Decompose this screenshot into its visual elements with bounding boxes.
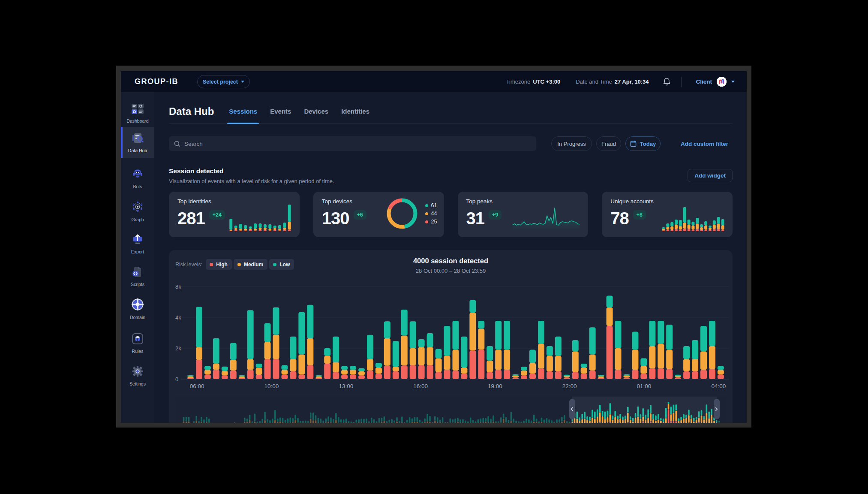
tabs: SessionsEventsDevicesIdentities <box>228 99 381 124</box>
donut-legend-row: 44 <box>425 211 437 217</box>
tab-sessions[interactable]: Sessions <box>228 99 258 124</box>
calendar-icon <box>630 140 637 147</box>
sidebar-item-label: Graph <box>131 217 144 222</box>
add-custom-filter-button[interactable]: Add custom filter <box>681 141 728 147</box>
stat-cards: Top identities281+24Top devices130+66144… <box>169 192 733 237</box>
chevron-left-icon <box>571 407 574 411</box>
app-window: GROUP-IB Select project Timezone UTC +3:… <box>121 71 747 423</box>
sidebar-item-label: Bots <box>133 184 142 189</box>
svg-text:4k: 4k <box>175 314 181 321</box>
donut-legend-value: 44 <box>431 211 437 217</box>
topbar: GROUP-IB Select project Timezone UTC +3:… <box>121 71 747 92</box>
sessions-stacked-bar-chart: 8k4k2k006:0010:0013:0016:0019:0022:0001:… <box>169 250 733 397</box>
mini-line-chart <box>512 199 580 232</box>
minimap-brush-handle-left[interactable] <box>569 399 575 419</box>
minimap-brush-handle-right[interactable] <box>714 399 720 419</box>
svg-text:19:00: 19:00 <box>488 383 502 389</box>
card-value: 281 <box>177 208 205 229</box>
add-widget-label: Add widget <box>694 172 726 179</box>
notifications-bell-icon[interactable] <box>663 77 671 86</box>
svg-text:8k: 8k <box>175 283 181 290</box>
graph-icon <box>131 200 144 215</box>
chevron-right-icon <box>715 407 718 411</box>
timezone-label: Timezone <box>506 78 531 85</box>
sidebar-item-label: Domain <box>130 315 145 320</box>
svg-text:01:00: 01:00 <box>637 383 652 389</box>
stat-card-top-identities: Top identities281+24 <box>169 192 300 237</box>
card-delta-badge: +9 <box>489 210 502 220</box>
sidebar-item-data-hub[interactable]: Data Hub <box>121 127 154 158</box>
client-menu[interactable]: Client <box>696 77 735 87</box>
donut-chart: 614425 <box>385 197 437 230</box>
export-icon <box>131 233 144 247</box>
desktop-background: GROUP-IB Select project Timezone UTC +3:… <box>0 0 868 494</box>
sidebar-item-graph[interactable]: Graph <box>121 196 154 226</box>
in-progress-label: In Progress <box>557 141 586 147</box>
sidebar-item-domain[interactable]: Domain <box>121 293 154 324</box>
card-value: 78 <box>610 208 629 229</box>
svg-text:2k: 2k <box>175 345 181 352</box>
chart-minimap <box>175 397 726 423</box>
client-label: Client <box>696 78 712 85</box>
sidebar-item-export[interactable]: Export <box>121 228 154 259</box>
filter-row: In Progress Fraud Today Add custom filte… <box>169 136 733 151</box>
divider <box>681 77 682 87</box>
stat-card-top-peaks: Top peaks31+9 <box>458 192 589 237</box>
sidebar-item-label: Rules <box>132 349 144 354</box>
datetime: Date and Time 27 Apr, 10:34 <box>576 78 649 85</box>
donut-legend-value: 61 <box>431 202 437 208</box>
add-custom-filter-label: Add custom filter <box>681 141 728 147</box>
search-box[interactable] <box>169 136 536 151</box>
svg-text:06:00: 06:00 <box>190 383 204 389</box>
tab-devices[interactable]: Devices <box>303 99 329 124</box>
mini-bar-chart <box>661 201 725 232</box>
card-delta-badge: +24 <box>209 210 225 220</box>
sidebar-item-label: Data Hub <box>128 148 147 153</box>
sidebar-item-rules[interactable]: Rules <box>121 328 154 358</box>
sidebar-item-scripts[interactable]: Scripts <box>121 261 154 292</box>
donut-legend-value: 25 <box>431 219 437 225</box>
chart-panel: Risk levels: HighMediumLow 4000 session … <box>169 250 733 423</box>
card-value: 130 <box>322 208 349 229</box>
low-dot-icon <box>425 204 428 207</box>
select-project-label: Select project <box>203 79 238 85</box>
svg-text:10:00: 10:00 <box>264 383 279 389</box>
sidebar-item-label: Export <box>131 249 144 254</box>
stat-card-top-devices: Top devices130+6614425 <box>313 192 444 237</box>
minimap-dim-left <box>175 397 572 423</box>
in-progress-filter-button[interactable]: In Progress <box>551 136 592 151</box>
sidebar-item-label: Scripts <box>131 282 144 287</box>
donut-legend-row: 25 <box>425 219 437 225</box>
select-project-button[interactable]: Select project <box>197 75 250 88</box>
sidebar-item-bots[interactable]: Bots <box>121 163 154 194</box>
section-title: Session detected <box>169 167 733 175</box>
sidebar-item-settings[interactable]: Settings <box>121 360 154 391</box>
chevron-down-icon <box>731 81 735 83</box>
timezone-value: UTC +3:00 <box>533 78 560 85</box>
card-delta-badge: +8 <box>633 210 646 220</box>
sidebar-item-label: Settings <box>129 381 146 386</box>
medium-dot-icon <box>425 212 428 215</box>
fraud-filter-button[interactable]: Fraud <box>596 136 621 151</box>
donut-legend: 614425 <box>425 202 437 225</box>
high-dot-icon <box>425 220 428 223</box>
today-filter-button[interactable]: Today <box>625 136 661 151</box>
chevron-down-icon <box>241 81 244 83</box>
svg-text:22:00: 22:00 <box>562 383 577 389</box>
svg-text:04:00: 04:00 <box>711 383 726 389</box>
domain-icon <box>131 298 144 313</box>
search-input[interactable] <box>184 141 519 147</box>
topbar-right: Timezone UTC +3:00 Date and Time 27 Apr,… <box>506 77 735 87</box>
donut-legend-row: 61 <box>425 202 437 208</box>
sidebar: Dashboard Data Hub Bots Graph Export <box>121 92 154 423</box>
search-icon <box>174 141 180 147</box>
today-label: Today <box>640 141 656 147</box>
svg-text:16:00: 16:00 <box>413 383 428 389</box>
dashboard-icon <box>131 103 144 116</box>
tab-events[interactable]: Events <box>269 99 292 124</box>
tab-identities[interactable]: Identities <box>340 99 370 124</box>
section-header: Session detected Visualization of events… <box>169 167 733 184</box>
timezone: Timezone UTC +3:00 <box>506 78 561 85</box>
sidebar-item-dashboard[interactable]: Dashboard <box>121 98 154 129</box>
add-widget-button[interactable]: Add widget <box>688 169 733 182</box>
